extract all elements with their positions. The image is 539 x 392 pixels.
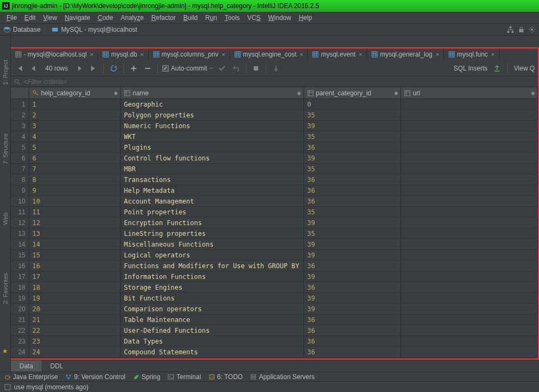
menu-help[interactable]: Help <box>295 13 315 23</box>
cell-name[interactable]: WKT <box>121 131 304 142</box>
cell-parent-category-id[interactable]: 36 <box>304 185 401 195</box>
column-header-url[interactable]: url ◆ <box>401 87 538 99</box>
cell-url[interactable] <box>401 239 538 249</box>
breadcrumb-item[interactable]: Database <box>13 26 40 33</box>
menu-build[interactable]: Build <box>180 13 201 23</box>
table-row[interactable]: 1010Account Management36 <box>11 196 538 207</box>
table-row[interactable]: 66Control flow functions39 <box>11 153 538 164</box>
toolwindow-button[interactable]: Terminal <box>168 373 201 381</box>
cell-parent-category-id[interactable]: 36 <box>304 314 401 325</box>
cell-url[interactable] <box>401 282 538 292</box>
menu-edit[interactable]: Edit <box>21 13 39 23</box>
cell-help-category-id[interactable]: 15 <box>29 250 121 260</box>
cell-url[interactable] <box>401 164 538 174</box>
cell-help-category-id[interactable]: 12 <box>29 218 121 228</box>
cell-parent-category-id[interactable]: 35 <box>304 110 401 120</box>
cell-name[interactable]: MBR <box>121 164 304 174</box>
menu-navigate[interactable]: Navigate <box>61 13 93 23</box>
editor-tab[interactable]: mysql.event× <box>308 48 367 60</box>
cell-parent-category-id[interactable]: 39 <box>304 250 401 260</box>
table-row[interactable]: 2424Compound Statements36 <box>11 347 538 358</box>
cell-name[interactable]: Encryption Functions <box>121 218 304 228</box>
next-page-button[interactable] <box>74 63 85 74</box>
column-header-name[interactable]: name ◆ <box>121 87 304 99</box>
prev-page-button[interactable] <box>28 63 39 74</box>
cell-name[interactable]: Logical operators <box>121 250 304 260</box>
tab-data[interactable]: Data <box>11 360 42 372</box>
editor-tab[interactable]: mysql.func× <box>444 48 500 60</box>
cell-help-category-id[interactable]: 9 <box>29 185 121 195</box>
cell-name[interactable]: Account Management <box>121 196 304 206</box>
toolwindow-button[interactable]: 6: TODO <box>209 373 243 381</box>
close-icon[interactable]: × <box>140 51 143 58</box>
cell-url[interactable] <box>401 99 538 109</box>
rollback-button[interactable] <box>231 63 241 74</box>
table-row[interactable]: 1212Encryption Functions39 <box>11 218 538 228</box>
menu-window[interactable]: Window <box>265 13 294 23</box>
cell-url[interactable] <box>401 218 538 228</box>
cell-parent-category-id[interactable]: 39 <box>304 304 401 314</box>
table-row[interactable]: 1111Point properties35 <box>11 207 538 218</box>
cell-url[interactable] <box>401 185 538 195</box>
cell-help-category-id[interactable]: 8 <box>29 174 121 185</box>
cell-url[interactable] <box>401 207 538 217</box>
table-row[interactable]: 1414Miscellaneous Functions39 <box>11 239 538 250</box>
export-icon[interactable] <box>493 65 501 72</box>
cell-help-category-id[interactable]: 4 <box>29 131 121 142</box>
cell-parent-category-id[interactable]: 39 <box>304 271 401 282</box>
refresh-button[interactable] <box>108 63 119 74</box>
cell-help-category-id[interactable]: 7 <box>29 164 121 174</box>
cell-url[interactable] <box>401 304 538 314</box>
cell-help-category-id[interactable]: 17 <box>29 271 121 282</box>
cell-url[interactable] <box>401 153 538 163</box>
cell-parent-category-id[interactable]: 39 <box>304 121 401 131</box>
cell-parent-category-id[interactable]: 36 <box>304 142 401 152</box>
table-row[interactable]: 77MBR35 <box>11 164 538 174</box>
cell-url[interactable] <box>401 228 538 239</box>
toolwindow-web[interactable]: Web <box>2 207 9 230</box>
cell-parent-category-id[interactable]: 36 <box>304 347 401 357</box>
table-row[interactable]: 44WKT35 <box>11 131 538 142</box>
close-icon[interactable]: × <box>358 51 362 58</box>
editor-tab[interactable]: mysql.engine_cost× <box>230 48 308 60</box>
cell-parent-category-id[interactable]: 35 <box>304 228 401 239</box>
cell-name[interactable]: LineString properties <box>121 228 304 239</box>
table-row[interactable]: 2121Table Maintenance36 <box>11 314 538 325</box>
cell-name[interactable]: Data Types <box>121 336 304 346</box>
menu-run[interactable]: Run <box>202 13 220 23</box>
filter-input[interactable]: <Filter criteria> <box>24 78 67 86</box>
cell-name[interactable]: Geographic <box>121 99 304 109</box>
table-row[interactable]: 55Plugins36 <box>11 142 538 153</box>
cell-parent-category-id[interactable]: 36 <box>304 196 401 206</box>
close-icon[interactable]: × <box>436 51 439 58</box>
close-icon[interactable]: × <box>491 51 494 58</box>
cell-parent-category-id[interactable]: 39 <box>304 239 401 249</box>
cell-url[interactable] <box>401 293 538 303</box>
cell-url[interactable] <box>401 347 538 357</box>
commit-button[interactable] <box>217 63 227 74</box>
last-page-button[interactable] <box>88 63 99 74</box>
cell-name[interactable]: Point properties <box>121 207 304 217</box>
editor-tab[interactable]: - mysql@localhost.sql× <box>11 48 98 60</box>
cell-help-category-id[interactable]: 13 <box>29 228 121 239</box>
gear-icon[interactable] <box>528 26 536 33</box>
cell-help-category-id[interactable]: 5 <box>29 142 121 152</box>
cell-parent-category-id[interactable]: 39 <box>304 218 401 228</box>
table-row[interactable]: 1515Logical operators39 <box>11 250 538 261</box>
cell-parent-category-id[interactable]: 35 <box>304 131 401 142</box>
breadcrumb-item[interactable]: MySQL - mysql@localhost <box>61 26 137 33</box>
cell-name[interactable]: Numeric Functions <box>121 121 304 131</box>
cell-help-category-id[interactable]: 23 <box>29 336 121 346</box>
editor-tab[interactable]: mysql.columns_priv× <box>149 48 230 60</box>
cell-name[interactable]: User-Defined Functions <box>121 325 304 335</box>
cell-name[interactable]: Storage Engines <box>121 282 304 292</box>
add-row-button[interactable] <box>128 63 139 74</box>
cell-name[interactable]: Compound Statements <box>121 347 304 357</box>
close-icon[interactable]: × <box>300 51 303 58</box>
table-row[interactable]: 1717Information Functions39 <box>11 271 538 282</box>
cell-name[interactable]: Information Functions <box>121 271 304 282</box>
menu-code[interactable]: Code <box>94 13 116 23</box>
toolwindow-button[interactable]: Application Servers <box>250 373 314 381</box>
table-row[interactable]: 11Geographic0 <box>11 99 538 110</box>
stop-button[interactable] <box>251 63 261 74</box>
